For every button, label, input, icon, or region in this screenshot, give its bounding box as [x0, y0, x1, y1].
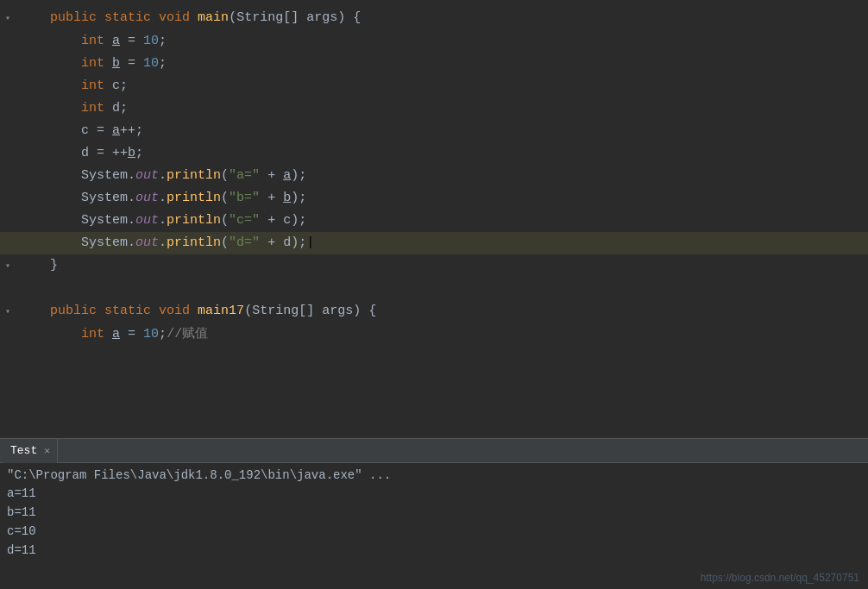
code-content: d = ++b; — [16, 142, 868, 165]
fold-arrow-icon[interactable]: ▾ — [5, 255, 10, 278]
code-line — [0, 278, 868, 300]
output-line: b=11 — [7, 503, 861, 522]
panel-content: "C:\Program Files\Java\jdk1.8.0_192\bin\… — [0, 463, 868, 589]
code-line: int d; — [0, 97, 868, 120]
code-line: ▾ public static void main(String[] args)… — [0, 7, 868, 30]
output-line: c=10 — [7, 522, 861, 541]
fold-gutter[interactable]: ▾ — [0, 8, 16, 30]
editor-area: ▾ public static void main(String[] args)… — [0, 0, 868, 438]
code-content: int d; — [16, 97, 868, 120]
code-line: int a = 10; — [0, 30, 868, 53]
code-content: System.out.println("a=" + a); — [16, 165, 868, 187]
fold-arrow-icon[interactable]: ▾ — [5, 8, 10, 30]
cmd-line: "C:\Program Files\Java\jdk1.8.0_192\bin\… — [7, 468, 861, 482]
code-content: int a = 10; — [16, 30, 868, 53]
code-content: System.out.println("c=" + c); — [16, 210, 868, 232]
panel-tab-label: Test — [10, 444, 37, 457]
code-line: System.out.println("c=" + c); — [0, 210, 868, 232]
fold-arrow-icon[interactable]: ▾ — [5, 301, 10, 323]
code-content: c = a++; — [16, 120, 868, 142]
code-line: System.out.println("d=" + d);| — [0, 232, 868, 254]
output-line: d=11 — [7, 541, 861, 560]
panel-tab[interactable]: Test✕ — [3, 439, 58, 463]
code-line: System.out.println("b=" + b); — [0, 187, 868, 210]
code-line: d = ++b; — [0, 142, 868, 165]
code-line: c = a++; — [0, 120, 868, 142]
tab-close-icon[interactable]: ✕ — [44, 445, 50, 456]
code-content: int a = 10;//赋值 — [16, 323, 868, 346]
code-container: ▾ public static void main(String[] args)… — [0, 0, 868, 438]
panel-tabs: Test✕ — [0, 439, 868, 463]
code-line: int b = 10; — [0, 53, 868, 75]
fold-gutter[interactable]: ▾ — [0, 255, 16, 278]
watermark: https://blog.csdn.net/qq_45270751 — [701, 572, 859, 584]
code-content: } — [16, 254, 868, 277]
code-line: System.out.println("a=" + a); — [0, 165, 868, 187]
code-line: ▾ } — [0, 254, 868, 278]
code-content: public static void main(String[] args) { — [16, 7, 868, 29]
code-content: int c; — [16, 75, 868, 97]
code-content: System.out.println("d=" + d);| — [16, 232, 868, 254]
code-content: public static void main17(String[] args)… — [16, 300, 868, 323]
code-line: int c; — [0, 75, 868, 97]
code-content: int b = 10; — [16, 53, 868, 75]
code-content: System.out.println("b=" + b); — [16, 187, 868, 210]
code-line: int a = 10;//赋值 — [0, 323, 868, 346]
fold-gutter[interactable]: ▾ — [0, 301, 16, 323]
code-line: ▾ public static void main17(String[] arg… — [0, 300, 868, 323]
output-line: a=11 — [7, 484, 861, 503]
bottom-panel: Test✕ "C:\Program Files\Java\jdk1.8.0_19… — [0, 438, 868, 589]
